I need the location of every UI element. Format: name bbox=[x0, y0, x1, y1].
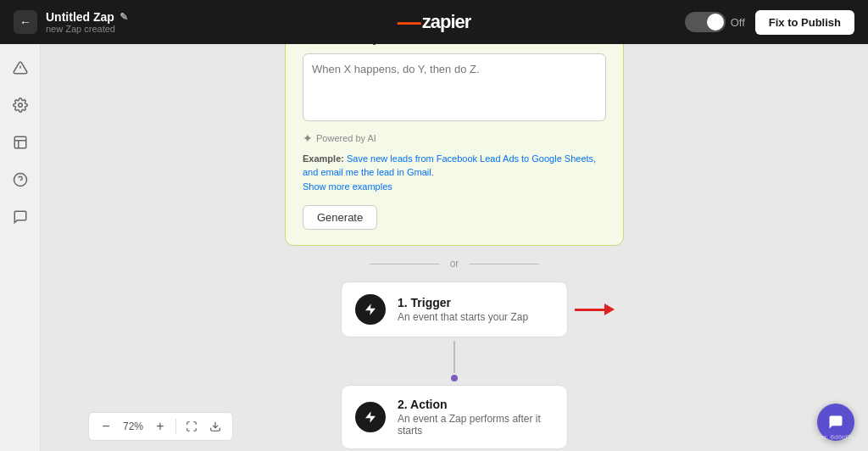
trigger-step-wrapper: 1. Trigger An event that starts your Zap bbox=[341, 281, 568, 337]
show-more-link[interactable]: Show more examples bbox=[303, 181, 392, 192]
sidebar-item-alert[interactable] bbox=[5, 54, 36, 85]
example-label: Example: bbox=[303, 153, 344, 164]
download-button[interactable] bbox=[205, 416, 225, 437]
header-subtitle: new Zap created bbox=[46, 24, 128, 34]
action-step-icon bbox=[355, 402, 386, 432]
svg-point-2 bbox=[18, 103, 22, 107]
powered-by-text: Powered by AI bbox=[316, 133, 376, 143]
ai-automation-panel: What would you like to automate? Beta ✦ … bbox=[285, 44, 624, 246]
comment-icon bbox=[13, 209, 28, 229]
back-icon: ← bbox=[19, 15, 31, 29]
or-divider: or bbox=[370, 258, 539, 270]
action-step-content: 2. Action An event a Zap performs after … bbox=[398, 398, 554, 437]
header: ← Untitled Zap ✎ new Zap created — zapie… bbox=[0, 0, 868, 44]
svg-marker-9 bbox=[365, 412, 376, 423]
alert-icon bbox=[13, 60, 28, 80]
sidebar-item-comment[interactable] bbox=[5, 203, 36, 234]
ai-panel-title: What would you like to automate? Beta bbox=[303, 44, 606, 45]
action-step-card[interactable]: 2. Action An event a Zap performs after … bbox=[341, 385, 568, 449]
header-left: ← Untitled Zap ✎ new Zap created bbox=[14, 10, 128, 34]
or-line-right bbox=[469, 264, 539, 264]
example-text-container: Example: Save new leads from Facebook Le… bbox=[303, 152, 606, 194]
header-title: Untitled Zap ✎ bbox=[46, 10, 128, 24]
back-button[interactable]: ← bbox=[14, 10, 37, 34]
generate-button[interactable]: Generate bbox=[303, 205, 377, 230]
chat-fab-button[interactable]: ver. 6d6ef7c bbox=[817, 404, 854, 441]
connector-line bbox=[453, 341, 455, 373]
trigger-step-subtitle: An event that starts your Zap bbox=[398, 311, 554, 323]
trigger-step-card[interactable]: 1. Trigger An event that starts your Zap bbox=[341, 281, 568, 337]
header-center: — zapier bbox=[398, 10, 471, 34]
version-tag: ver. 6d6ef7c bbox=[817, 434, 854, 441]
trigger-step-content: 1. Trigger An event that starts your Zap bbox=[398, 296, 554, 323]
help-icon bbox=[13, 172, 28, 192]
publish-button[interactable]: Fix to Publish bbox=[755, 10, 854, 35]
zoom-toolbar: − 72% + bbox=[88, 412, 233, 441]
main: What would you like to automate? Beta ✦ … bbox=[0, 44, 868, 451]
zapier-logo: — zapier bbox=[398, 10, 471, 34]
logo-dash: — bbox=[398, 10, 420, 34]
canvas-inner: What would you like to automate? Beta ✦ … bbox=[285, 44, 624, 451]
action-step-title: 2. Action bbox=[398, 398, 554, 411]
toggle-knob bbox=[707, 14, 724, 31]
zoom-out-button[interactable]: − bbox=[96, 416, 116, 437]
or-text: or bbox=[450, 258, 459, 270]
toggle-label: Off bbox=[731, 16, 745, 29]
header-title-area: Untitled Zap ✎ new Zap created bbox=[46, 10, 128, 34]
svg-rect-3 bbox=[14, 136, 26, 148]
toolbar-divider bbox=[175, 419, 176, 434]
ai-title-text: What would you like to automate? bbox=[303, 44, 494, 45]
sidebar-item-help[interactable] bbox=[5, 166, 36, 197]
zoom-in-button[interactable]: + bbox=[150, 416, 170, 437]
arrow-line bbox=[575, 309, 604, 311]
connector-dot bbox=[451, 375, 458, 381]
trigger-step-icon bbox=[355, 294, 386, 325]
arrow-head bbox=[604, 303, 615, 315]
trigger-step-title: 1. Trigger bbox=[398, 296, 554, 309]
svg-marker-8 bbox=[365, 304, 376, 315]
zoom-level-display: 72% bbox=[120, 420, 147, 432]
connector-1 bbox=[451, 341, 458, 381]
header-right: Off Fix to Publish bbox=[685, 10, 854, 35]
sidebar-item-settings[interactable] bbox=[5, 92, 36, 122]
sidebar bbox=[0, 44, 41, 451]
ai-sparkle-icon: ✦ bbox=[303, 131, 313, 145]
powered-by-ai: ✦ Powered by AI bbox=[303, 131, 606, 145]
settings-icon bbox=[13, 97, 28, 117]
red-arrow bbox=[575, 303, 615, 315]
or-line-left bbox=[370, 264, 440, 264]
edit-title-icon[interactable]: ✎ bbox=[120, 11, 128, 23]
sidebar-item-upload[interactable] bbox=[5, 129, 36, 159]
logo-text: zapier bbox=[422, 11, 471, 33]
zap-title-text: Untitled Zap bbox=[46, 10, 114, 24]
ai-prompt-input[interactable] bbox=[303, 53, 606, 121]
toggle-container: Off bbox=[685, 12, 745, 32]
status-toggle[interactable] bbox=[685, 12, 726, 32]
upload-icon bbox=[13, 135, 28, 154]
action-step-subtitle: An event a Zap performs after it starts bbox=[398, 413, 554, 437]
fit-view-button[interactable] bbox=[181, 416, 202, 437]
canvas: What would you like to automate? Beta ✦ … bbox=[41, 44, 868, 451]
example-text-link[interactable]: Save new leads from Facebook Lead Ads to… bbox=[303, 153, 596, 178]
